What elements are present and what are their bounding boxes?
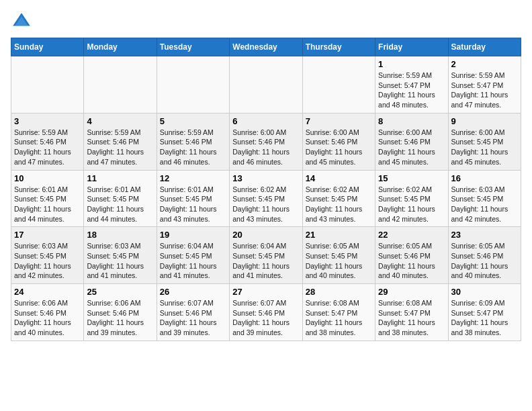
calendar-cell: 12Sunrise: 6:01 AM Sunset: 5:45 PM Dayli…: [157, 170, 229, 227]
day-info: Sunrise: 6:02 AM Sunset: 5:45 PM Dayligh…: [378, 185, 445, 224]
calendar-header-tuesday: Tuesday: [157, 38, 229, 56]
day-info: Sunrise: 6:00 AM Sunset: 5:46 PM Dayligh…: [306, 128, 372, 167]
day-number: 26: [160, 287, 226, 297]
day-number: 14: [306, 173, 372, 183]
day-info: Sunrise: 6:02 AM Sunset: 5:45 PM Dayligh…: [306, 185, 372, 224]
day-number: 18: [87, 230, 153, 240]
calendar-cell: 25Sunrise: 6:06 AM Sunset: 5:46 PM Dayli…: [84, 284, 157, 341]
day-info: Sunrise: 6:03 AM Sunset: 5:45 PM Dayligh…: [14, 241, 81, 281]
calendar-week-row: 3Sunrise: 5:59 AM Sunset: 5:46 PM Daylig…: [11, 113, 521, 170]
day-number: 15: [378, 173, 445, 183]
calendar-cell: 11Sunrise: 6:01 AM Sunset: 5:45 PM Dayli…: [84, 170, 157, 227]
calendar-cell: 24Sunrise: 6:06 AM Sunset: 5:46 PM Dayli…: [11, 284, 84, 341]
day-info: Sunrise: 6:07 AM Sunset: 5:46 PM Dayligh…: [232, 298, 299, 338]
day-number: 12: [160, 173, 226, 183]
day-number: 11: [87, 173, 153, 183]
day-number: 9: [451, 116, 518, 126]
day-number: 7: [306, 116, 372, 126]
calendar-week-row: 10Sunrise: 6:01 AM Sunset: 5:45 PM Dayli…: [11, 170, 521, 227]
day-number: 13: [232, 173, 299, 183]
day-number: 10: [14, 173, 81, 183]
calendar-cell: 22Sunrise: 6:05 AM Sunset: 5:46 PM Dayli…: [375, 227, 448, 284]
day-number: 3: [14, 116, 81, 126]
day-info: Sunrise: 6:07 AM Sunset: 5:46 PM Dayligh…: [160, 298, 226, 338]
day-info: Sunrise: 6:08 AM Sunset: 5:47 PM Dayligh…: [306, 298, 372, 338]
page-header: [11, 11, 521, 32]
calendar-cell: 19Sunrise: 6:04 AM Sunset: 5:45 PM Dayli…: [157, 227, 229, 284]
calendar-cell: 29Sunrise: 6:08 AM Sunset: 5:47 PM Dayli…: [375, 284, 448, 341]
day-info: Sunrise: 6:05 AM Sunset: 5:46 PM Dayligh…: [451, 241, 518, 281]
calendar-cell: 17Sunrise: 6:03 AM Sunset: 5:45 PM Dayli…: [11, 227, 84, 284]
day-info: Sunrise: 6:05 AM Sunset: 5:46 PM Dayligh…: [378, 241, 445, 281]
calendar-cell: 14Sunrise: 6:02 AM Sunset: 5:45 PM Dayli…: [302, 170, 375, 227]
day-number: 24: [14, 287, 81, 297]
day-info: Sunrise: 6:02 AM Sunset: 5:45 PM Dayligh…: [232, 185, 299, 224]
calendar-table: SundayMondayTuesdayWednesdayThursdayFrid…: [11, 38, 521, 341]
calendar-header-friday: Friday: [375, 38, 448, 56]
day-info: Sunrise: 5:59 AM Sunset: 5:47 PM Dayligh…: [451, 71, 518, 110]
day-info: Sunrise: 5:59 AM Sunset: 5:47 PM Dayligh…: [378, 71, 445, 110]
calendar-cell: [157, 56, 229, 113]
calendar-cell: [230, 56, 302, 113]
calendar-cell: 9Sunrise: 6:00 AM Sunset: 5:45 PM Daylig…: [448, 113, 521, 170]
day-number: 28: [306, 287, 372, 297]
calendar-cell: 18Sunrise: 6:03 AM Sunset: 5:45 PM Dayli…: [84, 227, 157, 284]
day-number: 30: [451, 287, 518, 297]
day-number: 17: [14, 230, 81, 240]
day-number: 5: [160, 116, 226, 126]
calendar-cell: 15Sunrise: 6:02 AM Sunset: 5:45 PM Dayli…: [375, 170, 448, 227]
calendar-cell: 8Sunrise: 6:00 AM Sunset: 5:46 PM Daylig…: [375, 113, 448, 170]
day-info: Sunrise: 6:06 AM Sunset: 5:46 PM Dayligh…: [87, 298, 153, 338]
day-number: 6: [232, 116, 299, 126]
day-number: 8: [378, 116, 445, 126]
day-number: 29: [378, 287, 445, 297]
calendar-cell: 23Sunrise: 6:05 AM Sunset: 5:46 PM Dayli…: [448, 227, 521, 284]
calendar-header-monday: Monday: [84, 38, 157, 56]
calendar-cell: [11, 56, 84, 113]
day-info: Sunrise: 6:03 AM Sunset: 5:45 PM Dayligh…: [451, 185, 518, 224]
day-info: Sunrise: 6:09 AM Sunset: 5:47 PM Dayligh…: [451, 298, 518, 338]
day-info: Sunrise: 6:01 AM Sunset: 5:45 PM Dayligh…: [87, 185, 153, 224]
day-info: Sunrise: 6:00 AM Sunset: 5:46 PM Dayligh…: [378, 128, 445, 167]
calendar-cell: 6Sunrise: 6:00 AM Sunset: 5:46 PM Daylig…: [230, 113, 302, 170]
day-info: Sunrise: 6:00 AM Sunset: 5:46 PM Dayligh…: [232, 128, 299, 167]
calendar-cell: 5Sunrise: 5:59 AM Sunset: 5:46 PM Daylig…: [157, 113, 229, 170]
calendar-cell: 7Sunrise: 6:00 AM Sunset: 5:46 PM Daylig…: [302, 113, 375, 170]
calendar-cell: 16Sunrise: 6:03 AM Sunset: 5:45 PM Dayli…: [448, 170, 521, 227]
day-info: Sunrise: 6:06 AM Sunset: 5:46 PM Dayligh…: [14, 298, 81, 338]
day-number: 21: [306, 230, 372, 240]
day-info: Sunrise: 5:59 AM Sunset: 5:46 PM Dayligh…: [160, 128, 226, 167]
day-info: Sunrise: 6:05 AM Sunset: 5:45 PM Dayligh…: [306, 241, 372, 281]
calendar-cell: 30Sunrise: 6:09 AM Sunset: 5:47 PM Dayli…: [448, 284, 521, 341]
generalblue-logo-icon: [11, 11, 32, 32]
calendar-week-row: 1Sunrise: 5:59 AM Sunset: 5:47 PM Daylig…: [11, 56, 521, 113]
day-number: 16: [451, 173, 518, 183]
day-number: 20: [232, 230, 299, 240]
calendar-header-sunday: Sunday: [11, 38, 84, 56]
calendar-cell: [84, 56, 157, 113]
calendar-cell: [302, 56, 375, 113]
calendar-cell: 28Sunrise: 6:08 AM Sunset: 5:47 PM Dayli…: [302, 284, 375, 341]
day-info: Sunrise: 6:00 AM Sunset: 5:45 PM Dayligh…: [451, 128, 518, 167]
calendar-cell: 10Sunrise: 6:01 AM Sunset: 5:45 PM Dayli…: [11, 170, 84, 227]
day-info: Sunrise: 6:04 AM Sunset: 5:45 PM Dayligh…: [160, 241, 226, 281]
day-number: 4: [87, 116, 153, 126]
calendar-cell: 1Sunrise: 5:59 AM Sunset: 5:47 PM Daylig…: [375, 56, 448, 113]
calendar-header-row: SundayMondayTuesdayWednesdayThursdayFrid…: [11, 38, 521, 56]
day-info: Sunrise: 6:01 AM Sunset: 5:45 PM Dayligh…: [160, 185, 226, 224]
calendar-week-row: 24Sunrise: 6:06 AM Sunset: 5:46 PM Dayli…: [11, 284, 521, 341]
calendar-cell: 4Sunrise: 5:59 AM Sunset: 5:46 PM Daylig…: [84, 113, 157, 170]
day-number: 19: [160, 230, 226, 240]
calendar-header-thursday: Thursday: [302, 38, 375, 56]
calendar-cell: 20Sunrise: 6:04 AM Sunset: 5:45 PM Dayli…: [230, 227, 302, 284]
day-number: 1: [378, 59, 445, 69]
day-number: 27: [232, 287, 299, 297]
calendar-cell: 27Sunrise: 6:07 AM Sunset: 5:46 PM Dayli…: [230, 284, 302, 341]
day-number: 2: [451, 59, 518, 69]
day-info: Sunrise: 6:08 AM Sunset: 5:47 PM Dayligh…: [378, 298, 445, 338]
calendar-header-wednesday: Wednesday: [230, 38, 302, 56]
calendar-cell: 21Sunrise: 6:05 AM Sunset: 5:45 PM Dayli…: [302, 227, 375, 284]
day-info: Sunrise: 5:59 AM Sunset: 5:46 PM Dayligh…: [14, 128, 81, 167]
day-info: Sunrise: 6:03 AM Sunset: 5:45 PM Dayligh…: [87, 241, 153, 281]
calendar-cell: 3Sunrise: 5:59 AM Sunset: 5:46 PM Daylig…: [11, 113, 84, 170]
